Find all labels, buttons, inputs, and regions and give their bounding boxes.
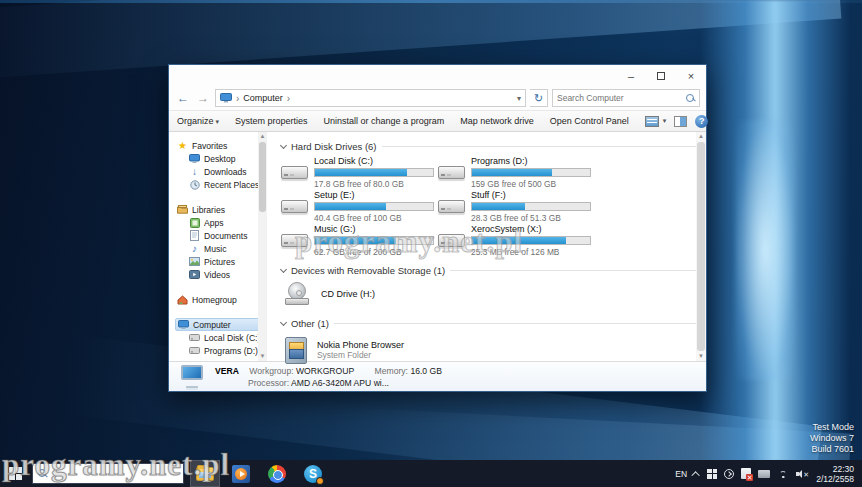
scrollbar-thumb[interactable] [697, 142, 705, 351]
tray-expand-icon[interactable] [692, 471, 700, 479]
taskbar-app-media-player[interactable] [226, 460, 256, 487]
libraries-icon [177, 204, 188, 215]
search-icon [38, 469, 47, 478]
capacity-bar [314, 168, 434, 177]
device-tray-icon[interactable] [758, 470, 770, 478]
sidebar-item-downloads[interactable]: ↓ Downloads [175, 165, 267, 178]
group-header-removable[interactable]: Devices with Removable Storage (1) [281, 262, 702, 278]
sidebar-item-apps[interactable]: Apps [175, 216, 267, 229]
taskbar-app-chrome[interactable] [262, 460, 292, 487]
scrollbar-thumb[interactable] [259, 142, 266, 212]
volume-muted-icon[interactable]: ✕ [796, 469, 809, 479]
sidebar-item-music[interactable]: ♪ Music [175, 242, 267, 255]
address-dropdown-icon[interactable]: ▾ [517, 94, 521, 103]
sidebar-item-documents[interactable]: Documents [175, 229, 267, 242]
collapse-chevron-icon[interactable] [280, 265, 287, 272]
sidebar-item-favorites[interactable]: ★ Favorites [175, 139, 267, 152]
drive-tile-c[interactable]: Local Disk (C:) 17.8 GB free of 80.0 GB [281, 154, 438, 188]
capacity-fill [315, 203, 386, 210]
hard-drive-icon [438, 200, 465, 213]
sidebar-label: Programs (D:) [204, 346, 258, 356]
collapse-chevron-icon[interactable] [280, 141, 287, 148]
sync-tray-icon[interactable] [724, 469, 734, 479]
action-center-flag-icon[interactable] [741, 468, 751, 479]
windows-tray-icon[interactable] [707, 469, 717, 479]
desktop-icon [189, 153, 200, 164]
processor-value: AMD A6-3420M APU wi... [291, 378, 389, 388]
sidebar-item-recent-places[interactable]: Recent Places [175, 178, 267, 191]
free-space-text: 62.7 GB free of 200 GB [314, 247, 434, 257]
notification-badge [316, 477, 324, 485]
cd-drive-tile[interactable]: CD Drive (H:) [285, 278, 702, 310]
scroll-up-icon[interactable]: ▲ [698, 132, 704, 141]
sidebar-item-desktop[interactable]: Desktop [175, 152, 267, 165]
sidebar-item-programs-d[interactable]: Programs (D:) [175, 344, 267, 357]
scroll-down-icon[interactable]: ▼ [698, 352, 704, 361]
sidebar-item-homegroup[interactable]: Homegroup [175, 293, 267, 306]
wifi-icon[interactable] [777, 469, 789, 478]
taskbar-app-file-explorer[interactable] [190, 460, 220, 487]
sidebar-item-pictures[interactable]: Pictures [175, 255, 267, 268]
sidebar-label: Homegroup [192, 295, 237, 305]
taskbar-search-box[interactable] [32, 463, 184, 484]
capacity-bar [314, 236, 434, 245]
drive-tile-d[interactable]: Programs (D:) 159 GB free of 500 GB [438, 154, 595, 188]
map-network-drive-button[interactable]: Map network drive [460, 116, 534, 126]
language-indicator[interactable]: EN [675, 469, 687, 479]
refresh-button[interactable]: ↻ [530, 89, 548, 107]
hard-drive-icon [438, 234, 465, 247]
breadcrumb-path[interactable]: Computer [243, 93, 283, 103]
videos-icon [189, 269, 200, 280]
organize-button[interactable]: Organize▾ [177, 116, 219, 126]
processor-label: Processor: [248, 378, 289, 388]
drive-name: Local Disk (C:) [314, 156, 434, 167]
minimize-button[interactable]: – [616, 65, 646, 86]
sidebar-item-libraries[interactable]: Libraries [175, 203, 267, 216]
help-button[interactable]: ? [695, 115, 708, 128]
drive-tile-f[interactable]: Stuff (F:) 28.3 GB free of 51.3 GB [438, 188, 595, 222]
taskbar-app-skype[interactable]: S [298, 460, 328, 487]
group-header-hdd[interactable]: Hard Disk Drives (6) [281, 138, 702, 154]
change-view-button[interactable]: ▾ [645, 116, 667, 127]
collapse-chevron-icon[interactable] [280, 318, 287, 325]
uninstall-program-button[interactable]: Uninstall or change a program [324, 116, 445, 126]
search-input[interactable] [557, 93, 686, 103]
drive-tile-x[interactable]: XerocSystem (X:) 25.3 MB free of 126 MB [438, 222, 595, 256]
workgroup-value: WORKGROUP [296, 366, 354, 376]
maximize-button[interactable] [646, 65, 676, 86]
sidebar-item-computer[interactable]: Computer [175, 318, 265, 331]
close-button[interactable]: × [676, 65, 706, 86]
memory-value: 16.0 GB [410, 366, 442, 376]
sidebar-label: Libraries [192, 205, 225, 215]
main-scrollbar[interactable]: ▲ ▼ [696, 132, 706, 361]
scroll-down-icon[interactable]: ▼ [260, 352, 266, 361]
music-icon: ♪ [189, 243, 200, 254]
start-button[interactable] [0, 460, 30, 487]
sidebar-label: Favorites [192, 141, 227, 151]
group-header-other[interactable]: Other (1) [281, 315, 702, 331]
sidebar-item-local-disk-c[interactable]: Local Disk (C:) [175, 331, 267, 344]
search-icon[interactable] [686, 94, 695, 103]
sidebar-scrollbar[interactable]: ▲ ▼ [258, 132, 267, 361]
sidebar-label: Music [204, 244, 226, 254]
forward-button[interactable]: → [195, 91, 211, 105]
apps-icon [189, 217, 200, 228]
item-subtitle: System Folder [317, 350, 404, 360]
sidebar-item-videos[interactable]: Videos [175, 268, 267, 281]
system-properties-button[interactable]: System properties [235, 116, 308, 126]
command-toolbar: Organize▾ System properties Uninstall or… [169, 110, 706, 132]
scroll-up-icon[interactable]: ▲ [260, 132, 266, 141]
back-button[interactable]: ← [175, 91, 191, 105]
star-icon: ★ [177, 140, 188, 151]
breadcrumb[interactable]: › Computer › ▾ [215, 89, 526, 107]
system-tray: EN ✕ 22:30 2/12/2558 [675, 464, 862, 484]
open-control-panel-button[interactable]: Open Control Panel [550, 116, 629, 126]
drive-tile-g[interactable]: Music (G:) 62.7 GB free of 200 GB [281, 222, 438, 256]
hard-drive-icon [281, 234, 308, 247]
sidebar-label: Desktop [204, 154, 236, 164]
chevron-down-icon: ▾ [663, 117, 667, 125]
drive-tile-e[interactable]: Setup (E:) 40.4 GB free of 100 GB [281, 188, 438, 222]
taskbar-clock[interactable]: 22:30 2/12/2558 [816, 464, 854, 484]
nokia-phone-browser-tile[interactable]: Nokia Phone Browser System Folder [285, 333, 702, 367]
preview-pane-button[interactable] [674, 116, 687, 127]
